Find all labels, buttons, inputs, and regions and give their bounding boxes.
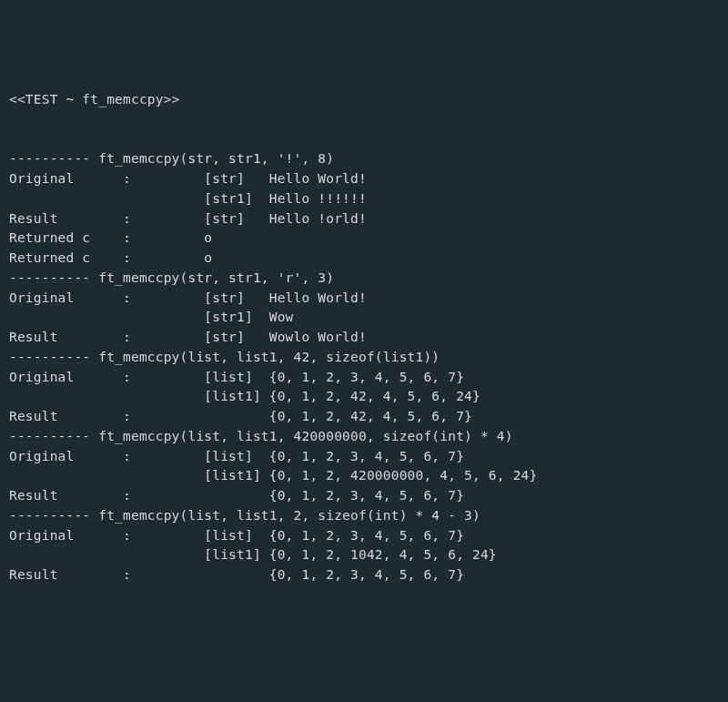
output-row: [list1] {0, 1, 2, 1042, 4, 5, 6, 24} — [9, 545, 719, 565]
output-row: Result : [str] Wowlo World! — [9, 328, 719, 348]
test-call-line: ---------- ft_memccpy(str, str1, 'r', 3) — [9, 269, 719, 289]
output-row: Original : [list] {0, 1, 2, 3, 4, 5, 6, … — [9, 447, 719, 467]
output-row: Returned c : o — [9, 229, 719, 249]
output-row: Result : {0, 1, 2, 42, 4, 5, 6, 7} — [9, 407, 719, 427]
test-call-line: ---------- ft_memccpy(list, list1, 2, si… — [9, 506, 719, 526]
output-row: [list1] {0, 1, 2, 42, 4, 5, 6, 24} — [9, 387, 719, 407]
output-row: Original : [list] {0, 1, 2, 3, 4, 5, 6, … — [9, 368, 719, 388]
output-row: [list1] {0, 1, 2, 420000000, 4, 5, 6, 24… — [9, 466, 719, 486]
terminal-output: ---------- ft_memccpy(str, str1, '!', 8)… — [9, 149, 719, 585]
test-call-line: ---------- ft_memccpy(list, list1, 42, s… — [9, 348, 719, 368]
test-header: <<TEST ~ ft_memccpy>> — [9, 90, 719, 110]
output-row: [str1] Wow — [9, 308, 719, 328]
output-row: Returned c : o — [9, 249, 719, 269]
output-row: Original : [str] Hello World! — [9, 289, 719, 309]
output-row: Result : {0, 1, 2, 3, 4, 5, 6, 7} — [9, 565, 719, 585]
test-call-line: ---------- ft_memccpy(str, str1, '!', 8) — [9, 149, 719, 169]
output-row: Original : [list] {0, 1, 2, 3, 4, 5, 6, … — [9, 526, 719, 546]
output-row: Result : [str] Hello !orld! — [9, 209, 719, 229]
output-row: [str1] Hello !!!!!! — [9, 189, 719, 209]
output-row: Result : {0, 1, 2, 3, 4, 5, 6, 7} — [9, 486, 719, 506]
test-call-line: ---------- ft_memccpy(list, list1, 42000… — [9, 427, 719, 447]
output-row: Original : [str] Hello World! — [9, 169, 719, 189]
